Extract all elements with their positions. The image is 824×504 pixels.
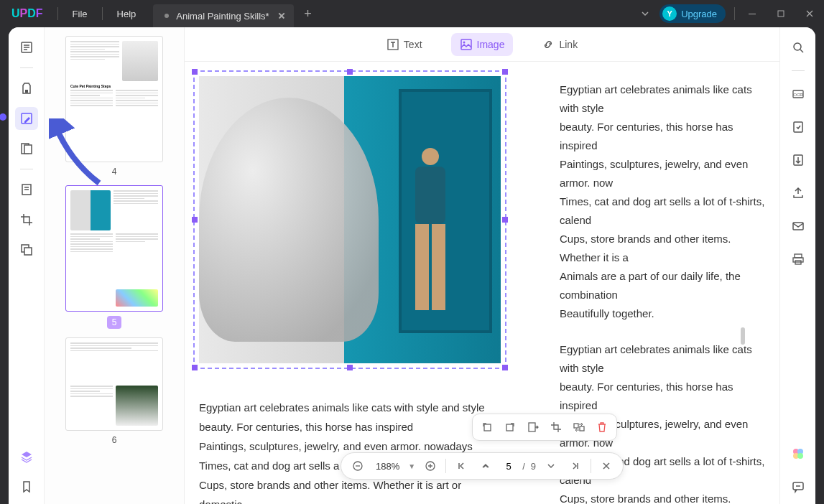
svg-rect-27	[793, 258, 803, 262]
zoom-out-icon[interactable]	[348, 457, 367, 475]
svg-rect-14	[506, 424, 513, 431]
flower-icon[interactable]	[787, 442, 810, 465]
svg-point-12	[463, 41, 465, 43]
svg-rect-0	[749, 14, 756, 14]
first-page-icon[interactable]	[452, 457, 471, 475]
chat-icon[interactable]	[787, 475, 810, 498]
new-tab-button[interactable]: +	[298, 4, 318, 24]
scrollbar-thumb[interactable]	[741, 327, 745, 345]
page-sep: /	[522, 461, 525, 472]
tab-title: Animal Painting Skills*	[176, 11, 269, 22]
page-nav-bar: 188% ▼ / 9	[341, 452, 624, 480]
ocr-icon[interactable]: OCR	[787, 83, 810, 106]
svg-rect-11	[461, 39, 471, 50]
link-tool-button[interactable]: Link	[533, 33, 586, 56]
svg-rect-13	[484, 424, 491, 431]
thumbnail-page-4[interactable]: Cute Pet Painting Steps 4	[56, 36, 172, 177]
layers-icon[interactable]	[15, 445, 38, 468]
replace-image-icon[interactable]	[569, 417, 589, 437]
resize-handle-bl[interactable]	[192, 365, 198, 370]
page-body-text: Egyptian art celebrates animals like cat…	[199, 398, 501, 504]
file-menu[interactable]: File	[61, 9, 99, 19]
comment-tool-icon[interactable]	[15, 77, 38, 100]
zoom-level: 188%	[373, 461, 402, 472]
titlebar: UPDF File Help Animal Painting Skills* +…	[0, 0, 824, 27]
text-tool-button[interactable]: Text	[378, 33, 431, 56]
rotate-left-icon[interactable]	[477, 417, 497, 437]
svg-rect-3	[25, 90, 28, 93]
close-tab-icon[interactable]	[277, 11, 287, 21]
edit-toolbar: Text Image Link	[185, 27, 779, 62]
thumbnail-panel: Cute Pet Painting Steps 4	[45, 27, 185, 504]
convert-icon[interactable]	[787, 116, 810, 139]
image-edit-toolbar	[472, 414, 617, 441]
resize-handle-tr[interactable]	[502, 69, 508, 75]
rotate-right-icon[interactable]	[500, 417, 520, 437]
maximize-button[interactable]	[767, 0, 795, 27]
next-page-icon[interactable]	[542, 457, 560, 475]
edit-pdf-icon[interactable]	[15, 107, 38, 130]
delete-image-icon[interactable]	[592, 417, 612, 437]
svg-rect-9	[24, 248, 32, 255]
search-icon[interactable]	[787, 36, 810, 59]
main-area: Cute Pet Painting Steps 4	[9, 27, 815, 504]
selection-border[interactable]	[193, 70, 506, 369]
svg-rect-25	[793, 223, 803, 230]
crop-tool-icon[interactable]	[15, 208, 38, 231]
right-rail: OCR	[779, 27, 815, 504]
help-menu[interactable]: Help	[106, 9, 148, 19]
last-page-icon[interactable]	[566, 457, 585, 475]
svg-rect-23	[794, 122, 802, 132]
svg-point-20	[794, 43, 801, 50]
image-tool-button[interactable]: Image	[451, 33, 514, 56]
page-total: 9	[531, 461, 536, 472]
upgrade-button[interactable]: Y Upgrade	[659, 4, 726, 23]
share-icon[interactable]	[787, 182, 810, 205]
user-avatar: Y	[662, 6, 677, 21]
svg-rect-15	[529, 423, 535, 431]
svg-text:OCR: OCR	[793, 93, 803, 97]
svg-rect-6	[24, 145, 32, 154]
prev-page-icon[interactable]	[476, 457, 495, 475]
close-bar-icon[interactable]	[597, 457, 616, 475]
svg-point-32	[797, 453, 803, 459]
tabs-chevron-icon[interactable]	[631, 9, 659, 18]
side-indicator-dot	[0, 113, 6, 121]
tool-5-icon[interactable]	[15, 178, 38, 201]
resize-handle-mr[interactable]	[502, 217, 508, 223]
resize-handle-ml[interactable]	[192, 217, 198, 223]
reader-mode-icon[interactable]	[15, 36, 38, 59]
minimize-button[interactable]	[738, 0, 767, 27]
resize-handle-br[interactable]	[502, 365, 508, 370]
selected-image[interactable]	[199, 76, 501, 363]
crop-image-icon[interactable]	[546, 417, 566, 437]
extract-image-icon[interactable]	[523, 417, 543, 437]
email-icon[interactable]	[787, 215, 810, 238]
resize-handle-bm[interactable]	[347, 365, 353, 370]
print-icon[interactable]	[787, 248, 810, 271]
zoom-in-icon[interactable]	[421, 457, 440, 475]
zoom-dropdown-icon[interactable]: ▼	[408, 462, 415, 470]
thumbnail-page-5[interactable]: 5	[56, 185, 172, 329]
bookmark-icon[interactable]	[15, 475, 38, 498]
svg-rect-16	[574, 424, 578, 428]
svg-rect-26	[795, 254, 802, 258]
tab-modified-dot	[165, 14, 169, 18]
thumbnail-page-6[interactable]: 6	[56, 337, 172, 445]
resize-handle-tm[interactable]	[347, 69, 353, 75]
upgrade-label: Upgrade	[681, 9, 717, 19]
close-window-button[interactable]	[795, 0, 824, 27]
app-logo: UPDF	[0, 7, 55, 20]
page-input[interactable]	[501, 461, 517, 472]
svg-rect-1	[778, 11, 784, 17]
resize-handle-tl[interactable]	[192, 69, 198, 75]
left-rail	[9, 27, 45, 504]
tool-7-icon[interactable]	[15, 238, 38, 261]
document-tab[interactable]: Animal Painting Skills*	[153, 4, 293, 27]
content-area: Text Image Link	[185, 27, 779, 504]
page-tools-icon[interactable]	[15, 137, 38, 160]
compress-icon[interactable]	[787, 149, 810, 172]
svg-rect-17	[580, 426, 584, 431]
